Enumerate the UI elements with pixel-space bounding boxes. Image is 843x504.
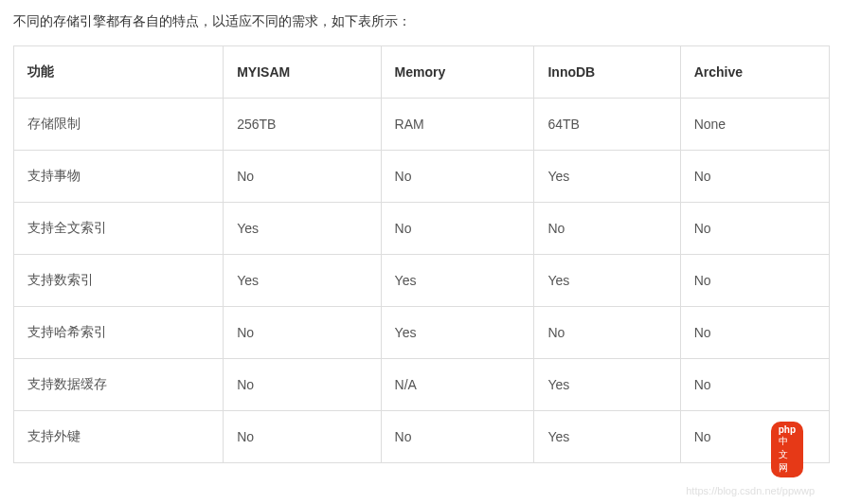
header-innodb: InnoDB bbox=[534, 46, 680, 99]
table-row: 支持全文索引 Yes No No No bbox=[14, 203, 830, 255]
table-row: 支持数据缓存 No N/A Yes No bbox=[14, 359, 830, 411]
cell-value: RAM bbox=[381, 99, 534, 151]
cell-feature: 支持外键 bbox=[14, 411, 224, 463]
cell-feature: 存储限制 bbox=[14, 99, 224, 151]
cell-value: No bbox=[680, 307, 829, 359]
cell-value: Yes bbox=[534, 359, 680, 411]
cell-value: No bbox=[224, 411, 381, 463]
cell-value: Yes bbox=[534, 151, 680, 203]
cell-value: No bbox=[680, 203, 829, 255]
cell-value: No bbox=[381, 411, 534, 463]
cell-value: No bbox=[680, 151, 829, 203]
cell-value: None bbox=[680, 99, 829, 151]
cell-value: No bbox=[534, 203, 680, 255]
header-memory: Memory bbox=[381, 46, 534, 99]
cell-feature: 支持哈希索引 bbox=[14, 307, 224, 359]
cell-value: No bbox=[680, 359, 829, 411]
storage-engine-table: 功能 MYISAM Memory InnoDB Archive 存储限制 256… bbox=[13, 45, 830, 463]
cell-value: No bbox=[381, 151, 534, 203]
cell-value: Yes bbox=[224, 203, 381, 255]
cell-value: No bbox=[680, 411, 829, 463]
cell-value: No bbox=[381, 203, 534, 255]
cell-value: N/A bbox=[381, 359, 534, 411]
cell-value: No bbox=[680, 255, 829, 307]
table-row: 支持外键 No No Yes No bbox=[14, 411, 830, 463]
cell-feature: 支持数据缓存 bbox=[14, 359, 224, 411]
cell-feature: 支持事物 bbox=[14, 151, 224, 203]
cell-feature: 支持数索引 bbox=[14, 255, 224, 307]
intro-text: 不同的存储引擎都有各自的特点，以适应不同的需求，如下表所示： bbox=[13, 13, 830, 30]
header-archive: Archive bbox=[680, 46, 829, 99]
badge-logo: php 中文网 bbox=[771, 422, 803, 477]
cell-value: 64TB bbox=[534, 99, 680, 151]
table-row: 存储限制 256TB RAM 64TB None bbox=[14, 99, 830, 151]
cell-value: Yes bbox=[534, 255, 680, 307]
cell-value: Yes bbox=[534, 411, 680, 463]
cell-feature: 支持全文索引 bbox=[14, 203, 224, 255]
table-row: 支持哈希索引 No Yes No No bbox=[14, 307, 830, 359]
cell-value: Yes bbox=[224, 255, 381, 307]
cell-value: Yes bbox=[381, 255, 534, 307]
header-feature: 功能 bbox=[14, 46, 224, 99]
header-myisam: MYISAM bbox=[224, 46, 381, 99]
table-row: 支持事物 No No Yes No bbox=[14, 151, 830, 203]
cell-value: No bbox=[534, 307, 680, 359]
cell-value: No bbox=[224, 151, 381, 203]
cell-value: Yes bbox=[381, 307, 534, 359]
cell-value: 256TB bbox=[224, 99, 381, 151]
table-row: 支持数索引 Yes Yes Yes No bbox=[14, 255, 830, 307]
cell-value: No bbox=[224, 307, 381, 359]
table-header-row: 功能 MYISAM Memory InnoDB Archive bbox=[14, 46, 830, 99]
cell-value: No bbox=[224, 359, 381, 411]
